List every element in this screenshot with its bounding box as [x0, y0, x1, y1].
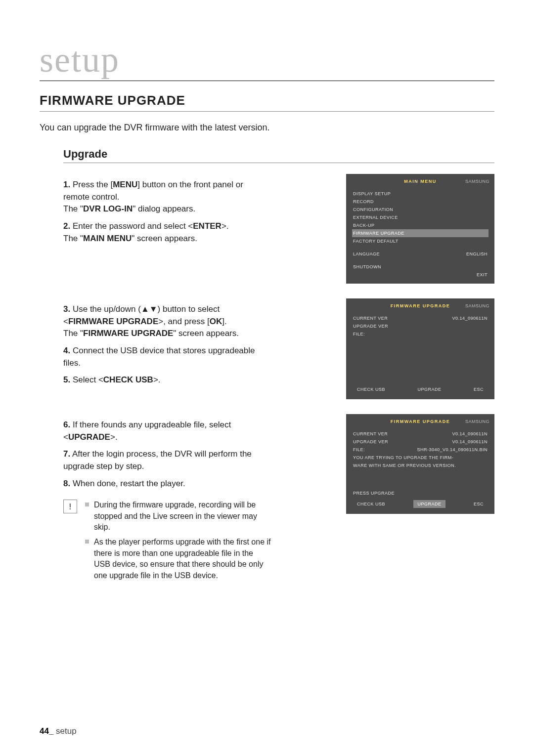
- firmware-upgrade-screen-2: FIRMWARE UPGRADE SAMSUNG CURRENT VER V0.…: [346, 414, 494, 514]
- steps-a: 1. Press the [MENU] button on the front …: [63, 174, 271, 250]
- current-ver-row: CURRENT VER V0.14_090611N: [352, 430, 489, 438]
- step-text: " screen appears.: [173, 329, 239, 338]
- bullet-icon: [85, 503, 89, 506]
- current-ver-label: CURRENT VER: [353, 431, 388, 436]
- step-number: 7.: [63, 449, 70, 459]
- check-usb-button[interactable]: CHECK USB: [353, 385, 389, 393]
- step-number: 4.: [63, 346, 70, 355]
- current-ver-row: CURRENT VER V0.14_090611N: [352, 314, 489, 322]
- menu-item-backup[interactable]: BACK-UP: [352, 221, 489, 229]
- step-text: Connect the USB device that stores upgra…: [63, 346, 255, 368]
- firmware-upgrade-label: FIRMWARE UPGRADE: [68, 317, 158, 326]
- file-label: FILE:: [353, 332, 365, 336]
- step-text: " dialog appears.: [133, 204, 195, 213]
- step-number: 5.: [63, 375, 70, 384]
- current-ver-label: CURRENT VER: [353, 316, 388, 321]
- step-text: After the login process, the DVR will pe…: [63, 449, 252, 471]
- upgrade-button[interactable]: UPGRADE: [413, 500, 445, 508]
- step-text: When done, restart the player.: [73, 479, 185, 488]
- firmware-upgrade-screen-1: FIRMWARE UPGRADE SAMSUNG CURRENT VER V0.…: [346, 298, 494, 399]
- upgrade-ver-label: UPGRADE VER: [353, 439, 388, 444]
- note-text: During the firmware upgrade, recording w…: [94, 500, 271, 533]
- menu-item-configuration[interactable]: CONFIGURATION: [352, 206, 489, 213]
- menu-item-external-device[interactable]: EXTERNAL DEVICE: [352, 213, 489, 221]
- language-label: LANGUAGE: [353, 252, 380, 256]
- enter-label: ENTER: [193, 221, 222, 231]
- steps-c: 6. If there founds any upgradeable file,…: [63, 414, 271, 585]
- main-menu-label: MAIN MENU: [83, 234, 132, 243]
- step-text: >, and press [: [158, 317, 209, 326]
- menu-item-firmware-upgrade[interactable]: FIRMWARE UPGRADE: [352, 229, 489, 237]
- page-footer: 44_ setup: [40, 726, 77, 736]
- check-usb-label: CHECK USB: [103, 375, 153, 384]
- step-number: 1.: [63, 180, 70, 189]
- subsection-heading: Upgrade: [63, 148, 494, 163]
- file-row: FILE: SHR-3040_V0.14_090611N.BIN: [352, 446, 489, 454]
- file-value: SHR-3040_V0.14_090611N.BIN: [417, 447, 488, 452]
- check-usb-button[interactable]: CHECK USB: [353, 500, 389, 508]
- screen-title: FIRMWARE UPGRADE: [391, 303, 450, 308]
- page: setup FIRMWARE UPGRADE You can upgrade t…: [0, 0, 534, 756]
- esc-button[interactable]: ESC: [470, 500, 488, 508]
- upgrade-ver-row: UPGRADE VER: [352, 322, 489, 330]
- intro-text: You can upgrade the DVR firmware with th…: [40, 123, 494, 133]
- note-text: As the player performs upgrade with the …: [94, 537, 271, 581]
- step-text: Select <: [73, 375, 103, 384]
- warn-line1: YOU ARE TRYING TO UPGRADE THE FIRM-: [352, 454, 489, 462]
- step-text: The ": [63, 204, 83, 213]
- menu-item-record[interactable]: RECORD: [352, 198, 489, 206]
- step-text: >.: [222, 221, 229, 231]
- upgrade-button[interactable]: UPGRADE: [413, 385, 445, 393]
- ok-label: OK: [210, 317, 222, 326]
- step-text: The ": [63, 329, 83, 338]
- esc-button[interactable]: ESC: [470, 385, 488, 393]
- file-label: FILE:: [353, 447, 365, 452]
- language-value: ENGLISH: [466, 252, 488, 256]
- current-ver-value: V0.14_090611N: [452, 316, 488, 321]
- press-upgrade-label: PRESS UPGRADE: [352, 489, 489, 497]
- menu-item-language[interactable]: LANGUAGE ENGLISH: [352, 250, 489, 258]
- dialog-name: DVR LOG-IN: [83, 204, 133, 213]
- step-text: >.: [110, 432, 118, 442]
- step-number: 3.: [63, 304, 70, 314]
- instruction-block-1: 1. Press the [MENU] button on the front …: [40, 174, 494, 284]
- step-text: Press the [: [73, 180, 113, 189]
- current-ver-value: V0.14_090611N: [452, 431, 488, 436]
- brand-label: SAMSUNG: [465, 303, 490, 308]
- menu-item-factory-default[interactable]: FACTORY DEFAULT: [352, 237, 489, 245]
- page-number: 44_: [40, 726, 53, 736]
- step-number: 8.: [63, 479, 70, 488]
- menu-label: MENU: [113, 180, 137, 189]
- caution-icon: !: [63, 500, 77, 513]
- menu-item-shutdown[interactable]: SHUTDOWN: [352, 263, 489, 271]
- instruction-block-3: 6. If there founds any upgradeable file,…: [40, 414, 494, 585]
- brand-label: SAMSUNG: [465, 179, 490, 184]
- steps-b: 3. Use the up/down (▲▼) button to select…: [63, 298, 271, 391]
- step-text: " screen appears.: [132, 234, 197, 243]
- step-number: 6.: [63, 420, 70, 429]
- exit-button[interactable]: EXIT: [352, 271, 489, 279]
- upgrade-ver-label: UPGRADE VER: [353, 324, 388, 329]
- brand-label: SAMSUNG: [465, 419, 490, 424]
- warn-line2: WARE WITH SAME OR PREVIOUS VERSION.: [352, 462, 489, 469]
- footer-text: setup: [53, 726, 76, 736]
- step-text: Enter the password and select <: [73, 221, 193, 231]
- step-text: ].: [222, 317, 226, 326]
- firmware-upgrade-screen-label: FIRMWARE UPGRADE: [83, 329, 173, 338]
- screen-title: FIRMWARE UPGRADE: [391, 419, 450, 424]
- chapter-title: setup: [40, 40, 494, 81]
- step-text: >.: [153, 375, 161, 384]
- note-body: During the firmware upgrade, recording w…: [85, 500, 271, 585]
- upgrade-ver-value: V0.14_090611N: [452, 439, 488, 444]
- file-row: FILE:: [352, 330, 489, 338]
- screen-title: MAIN MENU: [404, 179, 437, 184]
- step-text: The ": [63, 234, 83, 243]
- section-heading: FIRMWARE UPGRADE: [40, 93, 494, 112]
- upgrade-ver-row: UPGRADE VER V0.14_090611N: [352, 438, 489, 446]
- menu-item-display-setup[interactable]: DISPLAY SETUP: [352, 190, 489, 198]
- step-number: 2.: [63, 221, 70, 231]
- note-box: ! During the firmware upgrade, recording…: [63, 500, 271, 585]
- bullet-icon: [85, 540, 89, 544]
- main-menu-screen: MAIN MENU SAMSUNG DISPLAY SETUP RECORD C…: [346, 174, 494, 284]
- instruction-block-2: 3. Use the up/down (▲▼) button to select…: [40, 298, 494, 399]
